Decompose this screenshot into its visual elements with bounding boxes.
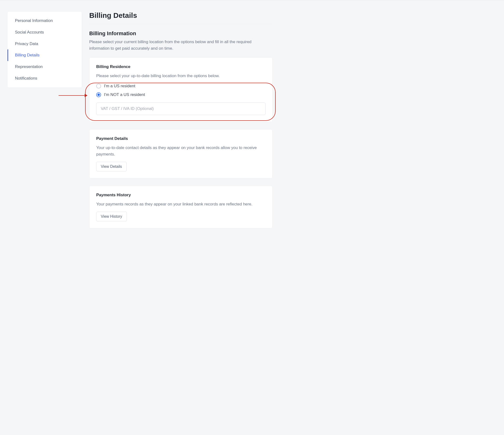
sidebar-item-label: Social Accounts [15,30,44,35]
radio-icon [96,84,101,89]
settings-sidebar: Personal Information Social Accounts Pri… [7,11,82,88]
residence-option-non-us[interactable]: I'm NOT a US resident [96,92,266,97]
divider [89,24,272,24]
payment-details-title: Payment Details [96,136,266,141]
page-title: Billing Details [89,11,272,19]
payments-history-desc: Your payments records as they appear on … [96,201,266,207]
billing-info-desc: Please select your current billing locat… [89,39,272,52]
payments-history-card: Payments History Your payments records a… [89,186,272,228]
sidebar-item-label: Billing Details [15,53,40,57]
sidebar-item-label: Privacy Data [15,41,38,46]
sidebar-item-billing-details[interactable]: Billing Details [8,49,82,61]
main-content: Billing Details Billing Information Plea… [89,11,272,236]
residence-option-label: I'm NOT a US resident [104,92,145,97]
billing-residence-card: Billing Residence Please select your up-… [89,57,272,122]
annotation-arrow-icon [59,95,88,96]
sidebar-item-notifications[interactable]: Notifications [8,72,82,84]
sidebar-item-privacy-data[interactable]: Privacy Data [8,38,82,50]
payment-details-card: Payment Details Your up-to-date contact … [89,129,272,178]
billing-info-title: Billing Information [89,30,272,37]
payment-details-desc: Your up-to-date contact details as they … [96,145,266,157]
billing-residence-desc: Please select your up-to-date billing lo… [96,72,266,79]
billing-residence-title: Billing Residence [96,64,266,69]
radio-icon [96,92,101,97]
settings-page: Personal Information Social Accounts Pri… [0,0,280,250]
annotation-highlight-box [85,83,276,121]
sidebar-item-label: Representation [15,64,43,69]
residence-option-label: I'm a US resident [104,84,135,89]
sidebar-item-label: Notifications [15,76,37,81]
sidebar-item-representation[interactable]: Representation [8,61,82,72]
payments-history-title: Payments History [96,193,266,198]
sidebar-item-social-accounts[interactable]: Social Accounts [8,27,82,38]
sidebar-item-personal-information[interactable]: Personal Information [8,15,82,27]
residence-option-us[interactable]: I'm a US resident [96,84,266,89]
sidebar-item-label: Personal Information [15,18,53,23]
view-details-button[interactable]: View Details [96,162,126,172]
vat-id-input[interactable] [96,102,266,115]
view-history-button[interactable]: View History [96,212,127,221]
